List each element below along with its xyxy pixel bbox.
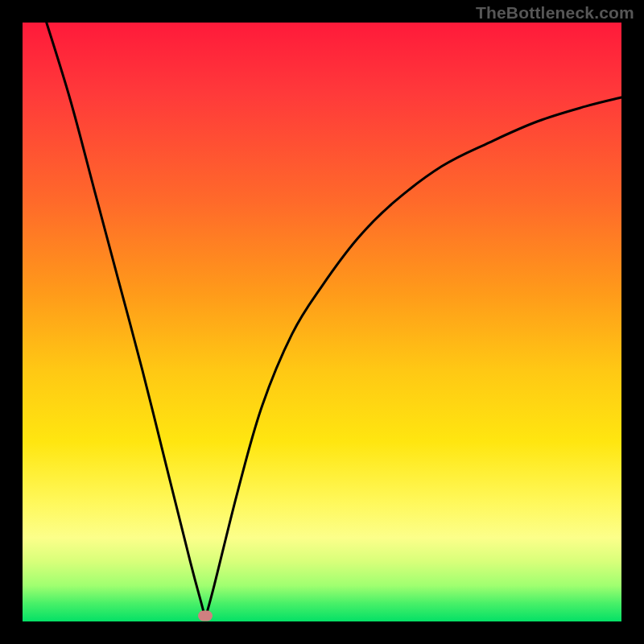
chart-frame: TheBottleneck.com — [0, 0, 644, 644]
min-marker — [198, 610, 213, 621]
watermark-text: TheBottleneck.com — [476, 3, 634, 23]
plot-area — [23, 23, 621, 621]
bottleneck-curve — [23, 23, 621, 621]
